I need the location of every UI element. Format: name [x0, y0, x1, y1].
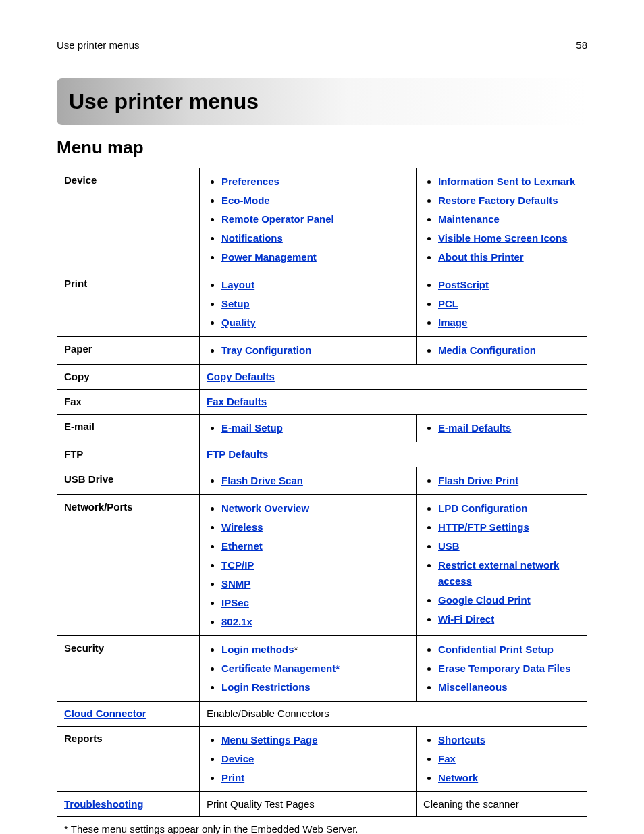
- category-link[interactable]: Cloud Connector: [64, 708, 146, 719]
- menu-link[interactable]: Flash Drive Print: [438, 475, 518, 486]
- col1-cell: Flash Drive Scan: [200, 467, 417, 495]
- running-header-title: Use printer menus: [57, 39, 140, 51]
- menu-link[interactable]: Power Management: [221, 251, 317, 263]
- menu-list-item: E-mail Defaults: [438, 419, 580, 438]
- menu-link[interactable]: IPSec: [221, 597, 249, 608]
- table-row: FaxFax Defaults: [57, 390, 587, 415]
- span-cell: Copy Defaults: [200, 365, 587, 390]
- menu-link[interactable]: Tray Configuration: [221, 344, 311, 356]
- footnote-row: * These menu settings appear only in the…: [57, 817, 587, 835]
- menu-list-item: Tray Configuration: [221, 341, 409, 360]
- menu-link[interactable]: Fax Defaults: [207, 396, 267, 407]
- menu-list-item: Ethernet: [221, 537, 409, 556]
- menu-link[interactable]: Shortcuts: [438, 734, 485, 746]
- menu-list: Tray Configuration: [207, 341, 409, 360]
- col2-cell: PostScriptPCLImage: [417, 271, 587, 337]
- menu-link[interactable]: Network: [438, 772, 478, 783]
- span-cell: Fax Defaults: [200, 390, 587, 415]
- col2-cell: E-mail Defaults: [417, 415, 587, 442]
- table-row: TroubleshootingPrint Quality Test PagesC…: [57, 792, 587, 817]
- menu-link[interactable]: Maintenance: [438, 213, 500, 225]
- menu-link[interactable]: 802.1x: [221, 616, 252, 627]
- table-row: SecurityLogin methods*Certificate Manage…: [57, 636, 587, 702]
- menu-link[interactable]: Login methods: [221, 644, 294, 655]
- menu-link[interactable]: Image: [438, 317, 467, 328]
- col2-cell: Information Sent to LexmarkRestore Facto…: [417, 168, 587, 271]
- col1-cell: Login methods*Certificate Management*Log…: [200, 636, 417, 702]
- menu-list-item: Confidential Print Setup: [438, 640, 580, 659]
- menu-link[interactable]: Preferences: [221, 176, 279, 187]
- menu-list: E-mail Defaults: [423, 419, 580, 438]
- menu-link[interactable]: Certificate Management*: [221, 662, 340, 674]
- menu-link[interactable]: Erase Temporary Data Files: [438, 662, 570, 674]
- category-cell: Network/Ports: [57, 495, 200, 636]
- menu-link[interactable]: Network Overview: [221, 502, 309, 514]
- menu-link[interactable]: HTTP/FTP Settings: [438, 521, 529, 533]
- menu-list: Media Configuration: [423, 341, 580, 360]
- footnote-cell: * These menu settings appear only in the…: [57, 817, 587, 835]
- menu-list: PreferencesEco-ModeRemote Operator Panel…: [207, 172, 409, 267]
- menu-link[interactable]: Wireless: [221, 521, 263, 533]
- table-row: PrintLayoutSetupQualityPostScriptPCLImag…: [57, 271, 587, 337]
- category-cell: Device: [57, 168, 200, 271]
- menu-list-item: Quality: [221, 313, 409, 332]
- col1-cell: Print Quality Test Pages: [200, 792, 417, 817]
- menu-link[interactable]: Wi-Fi Direct: [438, 613, 494, 625]
- menu-link[interactable]: Restrict external network access: [438, 559, 559, 587]
- menu-list-item: Wi-Fi Direct: [438, 610, 580, 629]
- menu-link[interactable]: Copy Defaults: [207, 371, 275, 382]
- menu-link[interactable]: Confidential Print Setup: [438, 644, 554, 655]
- menu-link[interactable]: Restore Factory Defaults: [438, 194, 558, 206]
- menu-link[interactable]: Fax: [438, 753, 456, 764]
- menu-list-item: Network Overview: [221, 499, 409, 518]
- menu-link[interactable]: Quality: [221, 317, 256, 328]
- col1-cell: Menu Settings PageDevicePrint: [200, 727, 417, 792]
- menu-link[interactable]: Notifications: [221, 232, 283, 244]
- menu-list-item: Print: [221, 768, 409, 787]
- menu-list: LPD ConfigurationHTTP/FTP SettingsUSBRes…: [423, 499, 580, 629]
- menu-list-item: Power Management: [221, 248, 409, 267]
- chapter-title: Use printer menus: [57, 78, 587, 125]
- menu-list-item: Login Restrictions: [221, 678, 409, 697]
- menu-list-item: 802.1x: [221, 613, 409, 631]
- menu-link[interactable]: Flash Drive Scan: [221, 475, 303, 486]
- menu-list: Confidential Print SetupErase Temporary …: [423, 640, 580, 697]
- menu-link[interactable]: Miscellaneous: [438, 681, 508, 693]
- category-link[interactable]: Troubleshooting: [64, 798, 144, 810]
- menu-link[interactable]: TCP/IP: [221, 559, 254, 571]
- menu-link[interactable]: Print: [221, 772, 244, 783]
- menu-link[interactable]: About this Printer: [438, 251, 524, 263]
- category-cell: Troubleshooting: [57, 792, 200, 817]
- menu-link[interactable]: Remote Operator Panel: [221, 213, 334, 225]
- menu-link[interactable]: Login Restrictions: [221, 681, 311, 693]
- menu-link[interactable]: Device: [221, 753, 254, 764]
- table-row: PaperTray ConfigurationMedia Configurati…: [57, 337, 587, 365]
- menu-list-item: PCL: [438, 294, 580, 313]
- menu-link[interactable]: Ethernet: [221, 540, 263, 552]
- table-row: Cloud ConnectorEnable/Disable Connectors: [57, 702, 587, 727]
- menu-link[interactable]: Media Configuration: [438, 344, 536, 356]
- menu-list: Login methods*Certificate Management*Log…: [207, 640, 409, 697]
- menu-list: LayoutSetupQuality: [207, 276, 409, 332]
- menu-link[interactable]: LPD Configuration: [438, 502, 527, 514]
- menu-list-item: Remote Operator Panel: [221, 210, 409, 229]
- menu-link[interactable]: FTP Defaults: [207, 448, 268, 460]
- menu-link[interactable]: Layout: [221, 279, 254, 290]
- menu-link[interactable]: SNMP: [221, 578, 250, 590]
- menu-list-item: Miscellaneous: [438, 678, 580, 697]
- menu-link[interactable]: Visible Home Screen Icons: [438, 232, 567, 244]
- menu-list: Menu Settings PageDevicePrint: [207, 731, 409, 787]
- menu-link[interactable]: E-mail Setup: [221, 422, 283, 434]
- menu-link[interactable]: Setup: [221, 298, 250, 309]
- menu-list-item: IPSec: [221, 594, 409, 613]
- menu-link[interactable]: PostScript: [438, 279, 489, 290]
- menu-list: PostScriptPCLImage: [423, 276, 580, 332]
- menu-link[interactable]: Menu Settings Page: [221, 734, 318, 746]
- menu-link[interactable]: USB: [438, 540, 460, 552]
- menu-link[interactable]: Information Sent to Lexmark: [438, 176, 575, 187]
- menu-link[interactable]: Eco-Mode: [221, 194, 270, 206]
- menu-link[interactable]: Google Cloud Print: [438, 594, 531, 606]
- table-row: ReportsMenu Settings PageDevicePrintShor…: [57, 727, 587, 792]
- menu-link[interactable]: E-mail Defaults: [438, 422, 511, 434]
- menu-link[interactable]: PCL: [438, 298, 458, 309]
